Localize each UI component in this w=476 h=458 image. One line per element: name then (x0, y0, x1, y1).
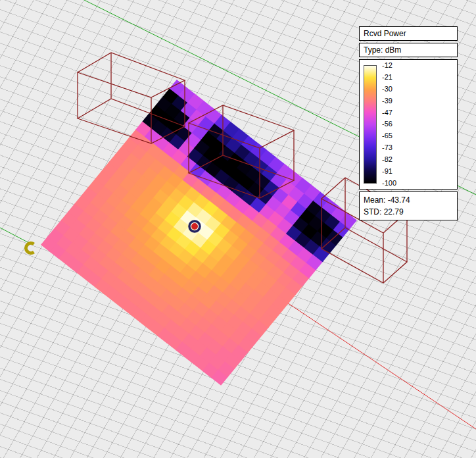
colorbar: -12-21-30-39-47-56-65-73-82-91-100 (359, 59, 458, 190)
route-start-marker[interactable] (26, 243, 34, 253)
colorbar-tick-label: -30 (382, 86, 396, 93)
axis-line-red-lower (262, 286, 476, 429)
legend-panel: Rcvd Power Type: dBm -12-21-30-39-47-56-… (359, 26, 458, 220)
colorbar-tick-label: -91 (382, 168, 396, 175)
colorbar-tick-labels: -12-21-30-39-47-56-65-73-82-91-100 (382, 62, 396, 187)
colorbar-tick-label: -65 (382, 132, 396, 140)
colorbar-gradient (364, 65, 377, 184)
colorbar-tick-label: -21 (382, 74, 396, 81)
colorbar-tick-label: -12 (382, 62, 396, 69)
legend-stats: Mean: -43.74 STD: 22.79 (359, 191, 458, 220)
colorbar-tick-label: -56 (382, 120, 396, 128)
legend-type-label: Type: dBm (359, 43, 458, 57)
colorbar-tick-label: -47 (382, 109, 396, 116)
colorbar-tick-label: -82 (382, 156, 396, 163)
legend-std: STD: 22.79 (364, 206, 453, 218)
legend-title: Rcvd Power (359, 26, 458, 41)
legend-mean: Mean: -43.74 (364, 194, 453, 206)
scene-viewport[interactable]: Rcvd Power Type: dBm -12-21-30-39-47-56-… (0, 0, 476, 458)
axis-line-green-left (0, 228, 29, 243)
received-power-heatmap (41, 80, 357, 386)
colorbar-tick-label: -73 (382, 144, 396, 151)
colorbar-tick-label: -100 (382, 180, 396, 187)
colorbar-tick-label: -39 (382, 97, 396, 105)
